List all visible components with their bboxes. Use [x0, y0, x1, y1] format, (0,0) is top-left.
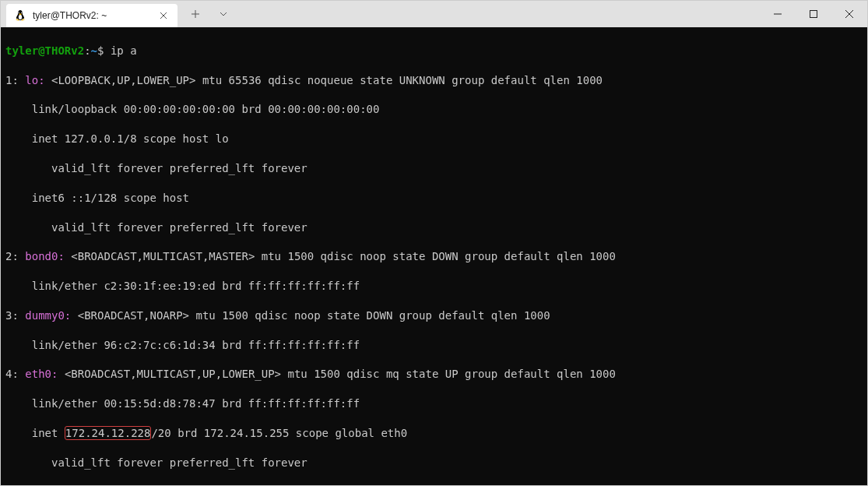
- svg-rect-5: [810, 11, 817, 18]
- minimize-button[interactable]: [760, 1, 796, 27]
- terminal-line: 2: bond0: <BROADCAST,MULTICAST,MASTER> m…: [5, 249, 863, 264]
- close-button[interactable]: [831, 1, 867, 27]
- svg-point-3: [21, 12, 22, 13]
- svg-point-2: [19, 12, 19, 13]
- prompt-sym: $: [97, 44, 111, 57]
- terminal-line: tyler@THORv2:~$ ip a: [5, 44, 863, 58]
- title-bar: tyler@THORv2: ~: [1, 1, 867, 27]
- terminal-line: inet 127.0.0.1/8 scope host lo: [5, 132, 863, 146]
- tab-terminal[interactable]: tyler@THORv2: ~: [6, 4, 177, 27]
- terminal-line: link/ether 96:c2:7c:c6:1d:34 brd ff:ff:f…: [5, 338, 863, 353]
- maximize-button[interactable]: [796, 1, 831, 27]
- terminal-line: link/ether c2:30:1f:ee:19:ed brd ff:ff:f…: [5, 279, 863, 294]
- tab-title: tyler@THORv2: ~: [33, 10, 151, 21]
- terminal-body[interactable]: tyler@THORv2:~$ ip a 1: lo: <LOOPBACK,UP…: [1, 27, 867, 485]
- terminal-line: 1: lo: <LOOPBACK,UP,LOWER_UP> mtu 65536 …: [5, 73, 863, 88]
- window-controls: [760, 1, 867, 27]
- prompt-path: ~: [91, 44, 97, 57]
- new-tab-button[interactable]: [184, 2, 207, 26]
- iface-eth0: eth0:: [25, 368, 65, 380]
- terminal-line: valid_lft forever preferred_lft forever: [5, 161, 863, 176]
- terminal-line: 3: dummy0: <BROADCAST,NOARP> mtu 1500 qd…: [5, 308, 863, 323]
- terminal-line: valid_lft forever preferred_lft forever: [5, 456, 863, 470]
- iface-dummy0: dummy0:: [25, 309, 77, 322]
- tab-close-icon[interactable]: [157, 9, 170, 22]
- prompt-user: tyler@THORv2: [5, 44, 84, 57]
- command-text: ip a: [111, 44, 137, 57]
- tux-icon: [14, 9, 26, 22]
- prompt-sep: :: [84, 44, 90, 57]
- dropdown-button[interactable]: [212, 2, 235, 26]
- tab-actions: [184, 1, 235, 27]
- terminal-line: 4: eth0: <BROADCAST,MULTICAST,UP,LOWER_U…: [5, 367, 863, 382]
- iface-lo: lo:: [25, 74, 51, 86]
- terminal-line: inet6 ::1/128 scope host: [5, 191, 863, 206]
- terminal-line: link/ether 00:15:5d:d8:78:47 brd ff:ff:f…: [5, 396, 863, 411]
- iface-bond0: bond0:: [25, 250, 71, 262]
- svg-point-4: [19, 15, 23, 19]
- terminal-line: inet 172.24.12.228/20 brd 172.24.15.255 …: [5, 426, 863, 441]
- terminal-line: valid_lft forever preferred_lft forever: [5, 220, 863, 235]
- highlighted-ip: 172.24.12.228: [65, 426, 152, 440]
- terminal-line: link/loopback 00:00:00:00:00:00 brd 00:0…: [5, 102, 863, 117]
